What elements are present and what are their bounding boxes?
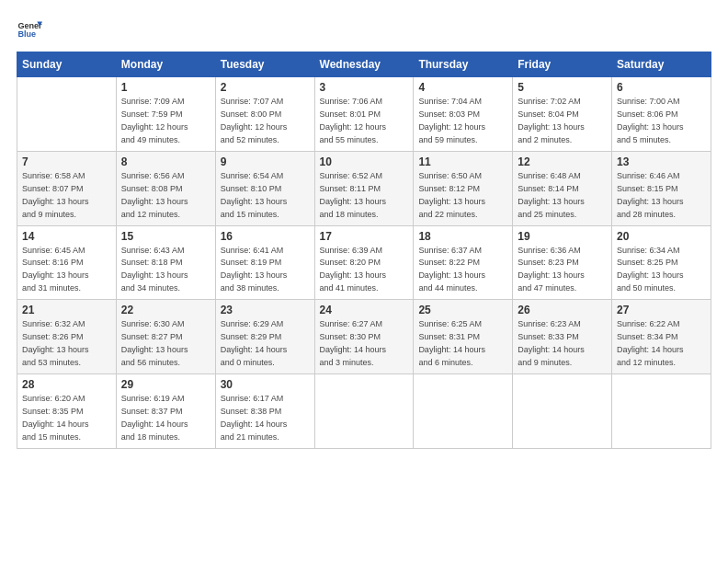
day-info: Sunrise: 6:50 AM Sunset: 8:12 PM Dayligh… (418, 170, 507, 222)
calendar-cell: 18Sunrise: 6:37 AM Sunset: 8:22 PM Dayli… (414, 225, 513, 300)
weekday-header-thursday: Thursday (414, 52, 513, 77)
calendar-cell: 16Sunrise: 6:41 AM Sunset: 8:19 PM Dayli… (215, 225, 314, 300)
day-number: 19 (518, 230, 607, 243)
calendar-cell: 15Sunrise: 6:43 AM Sunset: 8:18 PM Dayli… (116, 225, 215, 300)
day-info: Sunrise: 6:34 AM Sunset: 8:25 PM Dayligh… (617, 245, 706, 296)
calendar-cell: 13Sunrise: 6:46 AM Sunset: 8:15 PM Dayli… (612, 151, 711, 225)
day-number: 16 (221, 230, 310, 243)
day-number: 29 (121, 378, 210, 391)
calendar-cell: 9Sunrise: 6:54 AM Sunset: 8:10 PM Daylig… (215, 151, 314, 225)
day-number: 9 (221, 155, 310, 168)
day-info: Sunrise: 7:09 AM Sunset: 7:59 PM Dayligh… (121, 96, 210, 147)
calendar-cell: 20Sunrise: 6:34 AM Sunset: 8:25 PM Dayli… (612, 225, 711, 300)
calendar-body: 1Sunrise: 7:09 AM Sunset: 7:59 PM Daylig… (17, 77, 711, 449)
day-info: Sunrise: 6:29 AM Sunset: 8:29 PM Dayligh… (221, 318, 310, 370)
day-info: Sunrise: 6:48 AM Sunset: 8:14 PM Dayligh… (518, 170, 607, 222)
calendar-cell (612, 374, 711, 449)
day-info: Sunrise: 6:43 AM Sunset: 8:18 PM Dayligh… (121, 245, 210, 296)
calendar-cell: 12Sunrise: 6:48 AM Sunset: 8:14 PM Dayli… (513, 151, 612, 225)
day-number: 12 (518, 155, 607, 168)
calendar-cell: 22Sunrise: 6:30 AM Sunset: 8:27 PM Dayli… (116, 300, 215, 374)
calendar-cell: 25Sunrise: 6:25 AM Sunset: 8:31 PM Dayli… (414, 300, 513, 374)
weekday-header-sunday: Sunday (17, 52, 117, 77)
calendar-cell: 17Sunrise: 6:39 AM Sunset: 8:20 PM Dayli… (314, 225, 414, 300)
day-info: Sunrise: 6:39 AM Sunset: 8:20 PM Dayligh… (320, 245, 409, 296)
weekday-header-monday: Monday (116, 52, 215, 77)
calendar-cell: 1Sunrise: 7:09 AM Sunset: 7:59 PM Daylig… (116, 77, 215, 152)
calendar-cell (513, 374, 612, 449)
calendar-cell: 6Sunrise: 7:00 AM Sunset: 8:06 PM Daylig… (612, 77, 711, 152)
day-number: 24 (320, 304, 409, 316)
day-number: 1 (121, 81, 210, 94)
day-number: 22 (121, 304, 210, 316)
day-info: Sunrise: 6:36 AM Sunset: 8:23 PM Dayligh… (518, 245, 607, 296)
day-info: Sunrise: 7:04 AM Sunset: 8:03 PM Dayligh… (418, 96, 507, 147)
day-info: Sunrise: 6:56 AM Sunset: 8:08 PM Dayligh… (121, 170, 210, 222)
day-info: Sunrise: 7:00 AM Sunset: 8:06 PM Dayligh… (617, 96, 706, 147)
day-info: Sunrise: 6:45 AM Sunset: 8:16 PM Dayligh… (22, 245, 111, 296)
day-info: Sunrise: 6:46 AM Sunset: 8:15 PM Dayligh… (617, 170, 706, 222)
calendar-header: SundayMondayTuesdayWednesdayThursdayFrid… (17, 52, 711, 77)
calendar-cell: 5Sunrise: 7:02 AM Sunset: 8:04 PM Daylig… (513, 77, 612, 152)
day-number: 14 (22, 230, 111, 243)
day-number: 15 (121, 230, 210, 243)
calendar-cell: 28Sunrise: 6:20 AM Sunset: 8:35 PM Dayli… (17, 374, 117, 449)
day-info: Sunrise: 6:54 AM Sunset: 8:10 PM Dayligh… (221, 170, 310, 222)
day-info: Sunrise: 6:22 AM Sunset: 8:34 PM Dayligh… (617, 318, 706, 370)
svg-text:Blue: Blue (17, 29, 36, 39)
day-info: Sunrise: 7:07 AM Sunset: 8:00 PM Dayligh… (221, 96, 310, 147)
day-info: Sunrise: 7:02 AM Sunset: 8:04 PM Dayligh… (518, 96, 607, 147)
day-number: 17 (320, 230, 409, 243)
day-info: Sunrise: 6:30 AM Sunset: 8:27 PM Dayligh… (121, 318, 210, 370)
calendar-cell: 8Sunrise: 6:56 AM Sunset: 8:08 PM Daylig… (116, 151, 215, 225)
weekday-header-friday: Friday (513, 52, 612, 77)
day-number: 2 (221, 81, 310, 94)
calendar-cell: 4Sunrise: 7:04 AM Sunset: 8:03 PM Daylig… (414, 77, 513, 152)
day-number: 26 (518, 304, 607, 316)
day-number: 28 (22, 378, 111, 391)
calendar-cell: 24Sunrise: 6:27 AM Sunset: 8:30 PM Dayli… (314, 300, 414, 374)
day-info: Sunrise: 6:52 AM Sunset: 8:11 PM Dayligh… (320, 170, 409, 222)
day-number: 20 (617, 230, 706, 243)
day-number: 30 (221, 378, 310, 391)
day-number: 27 (617, 304, 706, 316)
calendar-cell: 23Sunrise: 6:29 AM Sunset: 8:29 PM Dayli… (215, 300, 314, 374)
calendar-cell: 11Sunrise: 6:50 AM Sunset: 8:12 PM Dayli… (414, 151, 513, 225)
header: General Blue (17, 17, 711, 42)
day-number: 10 (320, 155, 409, 168)
calendar-cell: 19Sunrise: 6:36 AM Sunset: 8:23 PM Dayli… (513, 225, 612, 300)
day-info: Sunrise: 6:19 AM Sunset: 8:37 PM Dayligh… (121, 393, 210, 444)
day-number: 6 (617, 81, 706, 94)
calendar-cell: 14Sunrise: 6:45 AM Sunset: 8:16 PM Dayli… (17, 225, 117, 300)
calendar-cell: 30Sunrise: 6:17 AM Sunset: 8:38 PM Dayli… (215, 374, 314, 449)
calendar-cell (314, 374, 414, 449)
day-info: Sunrise: 6:20 AM Sunset: 8:35 PM Dayligh… (22, 393, 111, 444)
logo-icon: General Blue (17, 17, 42, 42)
day-info: Sunrise: 6:41 AM Sunset: 8:19 PM Dayligh… (221, 245, 310, 296)
calendar-cell: 3Sunrise: 7:06 AM Sunset: 8:01 PM Daylig… (314, 77, 414, 152)
day-number: 3 (320, 81, 409, 94)
day-number: 4 (418, 81, 507, 94)
calendar-cell (414, 374, 513, 449)
day-number: 13 (617, 155, 706, 168)
calendar-cell: 26Sunrise: 6:23 AM Sunset: 8:33 PM Dayli… (513, 300, 612, 374)
day-info: Sunrise: 6:17 AM Sunset: 8:38 PM Dayligh… (221, 393, 310, 444)
day-number: 23 (221, 304, 310, 316)
day-info: Sunrise: 7:06 AM Sunset: 8:01 PM Dayligh… (320, 96, 409, 147)
day-info: Sunrise: 6:37 AM Sunset: 8:22 PM Dayligh… (418, 245, 507, 296)
day-info: Sunrise: 6:23 AM Sunset: 8:33 PM Dayligh… (518, 318, 607, 370)
calendar-cell: 29Sunrise: 6:19 AM Sunset: 8:37 PM Dayli… (116, 374, 215, 449)
day-info: Sunrise: 6:58 AM Sunset: 8:07 PM Dayligh… (22, 170, 111, 222)
calendar-cell: 7Sunrise: 6:58 AM Sunset: 8:07 PM Daylig… (17, 151, 117, 225)
logo: General Blue (17, 17, 42, 42)
day-info: Sunrise: 6:25 AM Sunset: 8:31 PM Dayligh… (418, 318, 507, 370)
day-number: 7 (22, 155, 111, 168)
day-number: 11 (418, 155, 507, 168)
day-info: Sunrise: 6:27 AM Sunset: 8:30 PM Dayligh… (320, 318, 409, 370)
calendar-cell: 10Sunrise: 6:52 AM Sunset: 8:11 PM Dayli… (314, 151, 414, 225)
day-info: Sunrise: 6:32 AM Sunset: 8:26 PM Dayligh… (22, 318, 111, 370)
day-number: 25 (418, 304, 507, 316)
day-number: 21 (22, 304, 111, 316)
calendar-cell (17, 77, 117, 152)
calendar-cell: 27Sunrise: 6:22 AM Sunset: 8:34 PM Dayli… (612, 300, 711, 374)
